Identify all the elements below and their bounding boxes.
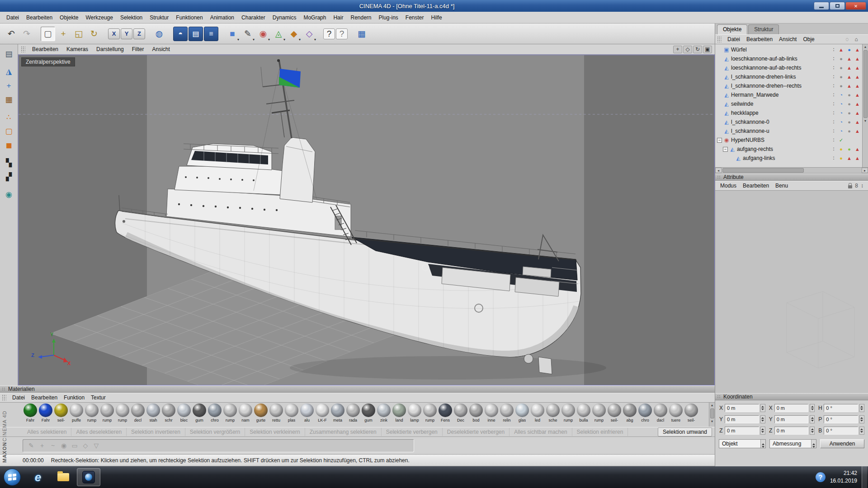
selection-command[interactable]: Selektion einfrieren (572, 428, 628, 436)
viewport-canvas[interactable]: Zentralperspektive Y X Z (18, 55, 715, 385)
material-item[interactable]: inne (484, 403, 499, 422)
stepper[interactable] (810, 415, 815, 423)
material-item[interactable]: gurte (253, 403, 269, 422)
attributes-menu-item[interactable]: Benu (772, 181, 791, 190)
object-name[interactable]: loeschkannone-auf-ab-links (731, 56, 830, 62)
selection-command[interactable]: Selektierte verbergen (382, 428, 443, 436)
object-row[interactable]: ◭ Hermann_Marwede ∶ ◔ ● ▲ (715, 90, 868, 99)
object-state-icon[interactable]: ▲ (854, 56, 861, 61)
object-name[interactable]: loeschkannone-auf-ab-rechts (731, 65, 830, 71)
material-item[interactable]: dacl (653, 403, 668, 422)
mirror-icon[interactable]: ◇ (80, 441, 91, 450)
menu-item[interactable]: Objekte (56, 13, 82, 23)
object-state-icon[interactable]: ▲ (854, 156, 861, 161)
stepper[interactable] (760, 415, 765, 423)
tree-vertical-scrollbar[interactable]: ▴ ▾ (862, 44, 868, 167)
material-item[interactable]: rettu (269, 403, 284, 422)
material-item[interactable]: sche (545, 403, 561, 422)
layout-icon[interactable]: ▦ (354, 27, 369, 41)
viewport-menu-item[interactable]: Bearbeiten (28, 45, 62, 54)
object-row[interactable]: ◭ seilwinde ∶ ◔ ● ▲ (715, 99, 868, 108)
selection-command[interactable]: Selektion umwand (658, 427, 712, 436)
scroll-thumb[interactable] (722, 168, 804, 173)
scale-icon[interactable]: ◱ (71, 27, 86, 41)
object-state-icon[interactable]: ● (846, 102, 853, 107)
object-state-icon[interactable]: ● (846, 120, 853, 125)
add-point-icon[interactable]: + (37, 441, 47, 450)
object-state-icon[interactable]: ◔ (838, 93, 844, 98)
menu-item[interactable]: Animation (207, 13, 238, 23)
material-item[interactable]: Fens (438, 403, 453, 422)
viewport-menu-item[interactable]: Kameras (62, 45, 92, 54)
stepper[interactable] (760, 404, 765, 412)
visibility-toggles[interactable]: ∶ (831, 155, 836, 161)
object-state-icon[interactable]: ● (838, 56, 844, 61)
toggle-views-icon[interactable]: ▣ (703, 46, 712, 53)
coordinate-field[interactable]: 0 m (725, 415, 759, 423)
object-name[interactable]: aufgang-links (743, 155, 830, 161)
scroll-left-icon[interactable]: ◂ (715, 168, 722, 173)
menu-item[interactable]: MoGraph (300, 13, 330, 23)
object-row[interactable]: ▣ Würfel ∶ ▲ ● ▲ (715, 45, 868, 54)
add-scene-icon[interactable]: ◆ ▾ (287, 27, 301, 41)
minimize-button[interactable] (814, 2, 829, 10)
object-name[interactable]: aufgang-rechts (737, 146, 830, 152)
magnet-icon[interactable]: ◉ (58, 441, 69, 450)
apply-button[interactable]: Anwenden (820, 439, 864, 448)
material-item[interactable]: rump (222, 403, 238, 422)
start-button[interactable] (4, 469, 21, 486)
visibility-toggles[interactable]: ∶ (831, 137, 836, 143)
material-item[interactable]: rump (591, 403, 607, 422)
object-state-icon[interactable]: ● (846, 129, 853, 134)
menu-item[interactable]: Plug-ins (375, 13, 402, 23)
object-state-icon[interactable]: ▲ (846, 84, 853, 89)
visibility-toggles[interactable]: ∶ (831, 56, 836, 62)
add-hypernurbs-icon[interactable]: ◉ ▾ (256, 27, 270, 41)
selection-command[interactable]: Selektion invertieren (127, 428, 185, 436)
drag-handle[interactable] (2, 394, 6, 401)
manager-tab[interactable]: Struktur (748, 24, 779, 34)
menu-item[interactable]: Struktur (146, 13, 172, 23)
move-icon[interactable]: + (56, 27, 71, 41)
coordinate-field[interactable]: 0 ° (824, 404, 858, 412)
sort-icon[interactable]: ↕ (861, 183, 863, 189)
x-axis-toggle[interactable]: X (108, 28, 120, 39)
material-item[interactable]: bulla (576, 403, 591, 422)
material-item[interactable]: abg (622, 403, 637, 422)
render-settings-icon[interactable]: ≡ (204, 27, 218, 41)
object-state-icon[interactable]: ▲ (854, 66, 861, 70)
visibility-toggles[interactable]: ∶ (831, 83, 836, 89)
material-item[interactable]: alu (299, 403, 315, 422)
material-item[interactable]: rump (422, 403, 438, 422)
scroll-up-icon[interactable]: ▴ (864, 44, 866, 50)
stepper[interactable] (760, 427, 765, 435)
internet-explorer-button[interactable]: e (26, 468, 50, 486)
object-state-icon[interactable]: ● (838, 147, 844, 152)
points-mode-icon[interactable]: ∴ (3, 111, 15, 123)
object-row[interactable]: ◭ loeschkannone-auf-ab-rechts ∶ ● ▲ ▲ (715, 63, 868, 72)
pan-view-icon[interactable]: + (673, 46, 682, 53)
material-item[interactable]: lamp (407, 403, 422, 422)
selection-command[interactable]: Deselektierte verbergen (443, 428, 509, 436)
close-button[interactable]: × (845, 2, 866, 10)
material-item[interactable]: Fahr (23, 403, 38, 422)
selection-command[interactable]: Alles sichtbar machen (509, 428, 572, 436)
system-clock[interactable]: 21:42 16.01.2019 (830, 469, 857, 485)
scroll-right-icon[interactable]: ▸ (862, 168, 868, 173)
manager-tab[interactable]: Objekte (717, 24, 747, 34)
home-icon[interactable]: ⌂ (853, 36, 860, 43)
drag-handle[interactable] (717, 36, 722, 42)
visibility-toggles[interactable]: ∶ (831, 146, 836, 152)
viewport-menu-item[interactable]: Filter (128, 45, 148, 54)
lock-icon[interactable] (848, 185, 852, 188)
visibility-toggles[interactable]: ∶ (831, 119, 836, 125)
material-item[interactable]: LK-F (315, 403, 330, 422)
stepper[interactable] (859, 404, 864, 412)
material-item[interactable]: rump (115, 403, 130, 422)
attributes-menu-item[interactable]: Modus (717, 181, 740, 190)
material-item[interactable]: stah (146, 403, 161, 422)
stepper[interactable] (810, 404, 815, 412)
menu-item[interactable]: Rendern (347, 13, 375, 23)
object-state-icon[interactable]: ● (838, 84, 844, 89)
material-item[interactable]: Fahr (38, 403, 53, 422)
